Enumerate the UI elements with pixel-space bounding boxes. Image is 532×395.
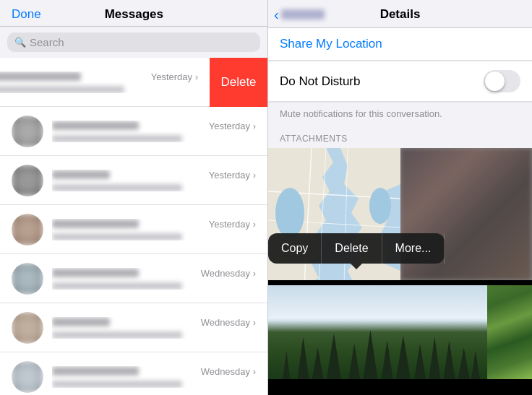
- dnd-toggle[interactable]: [484, 70, 520, 92]
- toggle-knob: [485, 71, 505, 91]
- attachments-header: ATTACHMENTS: [268, 128, 532, 148]
- table-row[interactable]: Yesterday ›: [0, 205, 267, 254]
- dnd-subtitle: Mute notifications for this conversation…: [268, 103, 532, 128]
- photo-attachment-stadium[interactable]: [487, 285, 532, 379]
- message-time: Yesterday ›: [209, 170, 256, 181]
- message-time: Wednesday ›: [201, 317, 256, 328]
- search-bar[interactable]: 🔍 Search: [7, 32, 260, 52]
- message-content: Yesterday ›: [52, 219, 256, 240]
- do-not-disturb-section: Do Not Disturb: [268, 61, 532, 103]
- svg-point-8: [369, 188, 391, 224]
- message-time: Yesterday ›: [209, 121, 256, 131]
- message-content: Wednesday ›: [52, 268, 256, 290]
- context-copy-button[interactable]: Copy: [268, 233, 322, 264]
- search-placeholder: Search: [30, 36, 64, 48]
- context-more-button[interactable]: More...: [382, 233, 445, 264]
- avatar: [12, 312, 43, 344]
- message-item-1[interactable]: Yesterday ›: [0, 58, 210, 107]
- message-content: Yesterday ›: [0, 71, 198, 93]
- search-icon: 🔍: [14, 37, 26, 48]
- photo-attachment-snow[interactable]: [268, 285, 487, 379]
- avatar: [12, 116, 43, 147]
- message-preview: [52, 135, 182, 142]
- avatar: [12, 361, 43, 393]
- svg-point-7: [275, 188, 304, 238]
- message-content: Wednesday ›: [52, 366, 256, 388]
- message-preview: [52, 282, 182, 290]
- message-item-7[interactable]: Wednesday ›: [0, 352, 267, 395]
- message-time: Yesterday ›: [209, 219, 256, 230]
- avatar: [12, 263, 43, 295]
- details-header: ‹ Details: [268, 0, 532, 28]
- avatar: [12, 165, 43, 196]
- details-title: Details: [380, 7, 421, 22]
- messages-header: Done Messages: [0, 0, 267, 27]
- dnd-label: Do Not Disturb: [280, 74, 360, 89]
- dnd-row: Do Not Disturb: [268, 61, 532, 102]
- message-preview: [52, 233, 182, 240]
- message-time: Yesterday ›: [151, 71, 198, 82]
- message-preview: [0, 86, 124, 93]
- context-delete-button[interactable]: Delete: [322, 233, 382, 264]
- message-time: Wednesday ›: [201, 268, 256, 279]
- contact-name: [52, 220, 139, 228]
- table-row[interactable]: Wednesday ›: [0, 303, 267, 352]
- contact-name: [52, 121, 139, 130]
- messages-title: Messages: [105, 7, 163, 22]
- context-menu: Copy Delete More...: [268, 233, 445, 264]
- messages-list: Yesterday › Delete Yesterday ›: [0, 58, 267, 395]
- messages-panel: Done Messages 🔍 Search Yesterday ›: [0, 0, 267, 395]
- contact-name: [0, 72, 81, 81]
- attachments-bottom-row: [268, 285, 532, 379]
- message-time: Wednesday ›: [201, 366, 256, 377]
- attachments-top-row: [268, 148, 532, 285]
- message-preview: [52, 331, 182, 339]
- table-row[interactable]: Yesterday ›: [0, 107, 267, 156]
- table-row[interactable]: Wednesday ›: [0, 254, 267, 303]
- avatar: [12, 214, 43, 246]
- contact-name: [52, 367, 139, 376]
- details-panel: ‹ Details Share My Location Do Not Distu…: [267, 0, 532, 395]
- back-chevron-icon: ‹: [274, 6, 279, 23]
- message-preview: [52, 184, 182, 191]
- message-content: Yesterday ›: [52, 170, 256, 191]
- message-content: Yesterday ›: [52, 121, 256, 142]
- message-content: Wednesday ›: [52, 317, 256, 339]
- done-button[interactable]: Done: [12, 7, 41, 22]
- table-row[interactable]: Yesterday ›: [0, 156, 267, 205]
- message-item-3[interactable]: Yesterday ›: [0, 156, 267, 205]
- message-item-4[interactable]: Yesterday ›: [0, 205, 267, 254]
- back-contact-name: [281, 9, 325, 19]
- attachments-container: Copy Delete More...: [268, 148, 532, 395]
- share-location-label[interactable]: Share My Location: [280, 37, 382, 51]
- delete-swipe-button[interactable]: Delete: [210, 58, 267, 107]
- delete-label: Delete: [220, 75, 256, 90]
- message-preview: [52, 381, 182, 388]
- table-row[interactable]: Wednesday ›: [0, 352, 267, 395]
- contact-name: [52, 170, 110, 179]
- back-button[interactable]: ‹: [274, 6, 325, 23]
- share-location-row[interactable]: Share My Location: [268, 28, 532, 61]
- contact-name: [52, 318, 110, 326]
- message-item-2[interactable]: Yesterday ›: [0, 107, 267, 156]
- message-item-5[interactable]: Wednesday ›: [0, 254, 267, 303]
- contact-name: [52, 269, 139, 277]
- context-menu-arrow: [351, 264, 362, 269]
- table-row[interactable]: Yesterday › Delete: [0, 58, 267, 107]
- message-item-6[interactable]: Wednesday ›: [0, 303, 267, 352]
